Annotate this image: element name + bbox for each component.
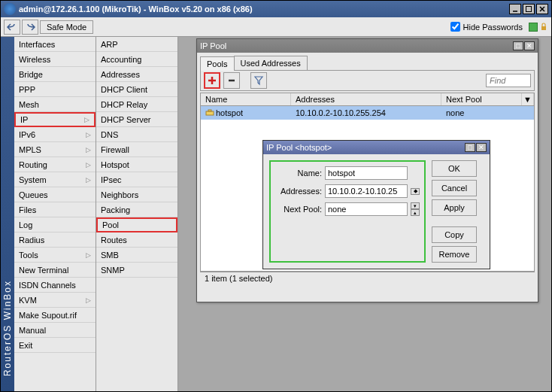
- filter-button[interactable]: [250, 72, 267, 89]
- remove-button[interactable]: [223, 72, 240, 89]
- find-input[interactable]: [486, 74, 531, 87]
- menu-item-mesh[interactable]: Mesh: [14, 97, 96, 112]
- hide-passwords-label[interactable]: Hide Passwords: [450, 22, 523, 32]
- next-pool-up-button[interactable]: ▴: [411, 209, 420, 216]
- table-row[interactable]: hotspot 10.10.0.2-10.10.255.254 none: [201, 106, 534, 120]
- svg-rect-8: [206, 111, 214, 115]
- menu-item-kvm[interactable]: KVM▷: [14, 293, 96, 308]
- lock-icon: [539, 23, 548, 32]
- submenu-item-dhcp-server[interactable]: DHCP Server: [96, 112, 177, 127]
- menu-item-wireless[interactable]: Wireless: [14, 52, 96, 67]
- menu-item-ppp[interactable]: PPP: [14, 82, 96, 97]
- ip-pool-titlebar[interactable]: IP Pool □ ✕: [197, 39, 538, 53]
- remove-pool-button[interactable]: Remove: [432, 246, 477, 263]
- ip-pool-edit-dialog: IP Pool <hotspot> □ ✕ Name: Addresses:: [262, 140, 490, 269]
- submenu-item-neighbors[interactable]: Neighbors: [96, 187, 177, 202]
- svg-rect-4: [541, 26, 546, 30]
- submenu-item-snmp[interactable]: SNMP: [96, 263, 177, 278]
- dialog-fields: Name: Addresses: ◆ Next Pool:: [269, 160, 426, 263]
- submenu-item-arp[interactable]: ARP: [96, 37, 177, 52]
- menu-item-system[interactable]: System▷: [14, 172, 96, 187]
- close-button[interactable]: [536, 4, 548, 14]
- submenu-item-pool[interactable]: Pool: [96, 217, 177, 232]
- svg-rect-1: [526, 7, 532, 12]
- menu-item-queues[interactable]: Queues: [14, 187, 96, 202]
- cancel-button[interactable]: Cancel: [432, 180, 477, 196]
- tab-pools[interactable]: Pools: [200, 56, 235, 71]
- next-pool-input[interactable]: [325, 202, 408, 216]
- menu-item-mpls[interactable]: MPLS▷: [14, 142, 96, 157]
- submenu-item-accounting[interactable]: Accounting: [96, 52, 177, 67]
- next-pool-dropdown-button[interactable]: ▾: [411, 202, 420, 209]
- menu-item-bridge[interactable]: Bridge: [14, 67, 96, 82]
- chevron-right-icon: ▷: [86, 131, 91, 138]
- ip-submenu: ARPAccountingAddressesDHCP ClientDHCP Re…: [96, 37, 178, 391]
- chevron-right-icon: ▷: [86, 146, 91, 153]
- submenu-item-smb[interactable]: SMB: [96, 248, 177, 263]
- menu-item-routing[interactable]: Routing▷: [14, 157, 96, 172]
- app-icon: [4, 3, 16, 15]
- main-menu: InterfacesWirelessBridgePPPMeshIP▷IPv6▷M…: [14, 37, 96, 391]
- maximize-button[interactable]: [523, 4, 535, 14]
- submenu-item-hotspot[interactable]: Hotspot: [96, 157, 177, 172]
- menu-item-ipv6[interactable]: IPv6▷: [14, 127, 96, 142]
- next-pool-label: Next Pool:: [275, 205, 322, 214]
- addresses-up-button[interactable]: ◆: [411, 188, 420, 195]
- chevron-right-icon: ▷: [86, 251, 91, 259]
- dialog-close-button[interactable]: ✕: [476, 143, 487, 152]
- connection-indicator-icon: [529, 23, 538, 32]
- addresses-label: Addresses:: [275, 187, 322, 196]
- menu-item-interfaces[interactable]: Interfaces: [14, 37, 96, 52]
- chevron-right-icon: ▷: [86, 296, 91, 304]
- copy-button[interactable]: Copy: [432, 226, 477, 243]
- main-window: admin@172.26.1.100 (MikroTik) - WinBox v…: [0, 0, 552, 392]
- hide-passwords-checkbox[interactable]: [450, 22, 460, 32]
- titlebar: admin@172.26.1.100 (MikroTik) - WinBox v…: [1, 1, 551, 17]
- chevron-right-icon: ▷: [86, 176, 91, 184]
- submenu-item-dhcp-relay[interactable]: DHCP Relay: [96, 97, 177, 112]
- submenu-item-dns[interactable]: DNS: [96, 127, 177, 142]
- apply-button[interactable]: Apply: [432, 199, 477, 216]
- ip-pool-close-button[interactable]: ✕: [524, 41, 535, 50]
- column-next-pool[interactable]: Next Pool: [441, 93, 522, 105]
- ip-pool-maximize-button[interactable]: □: [513, 41, 523, 50]
- menu-item-log[interactable]: Log: [14, 217, 96, 232]
- column-menu-button[interactable]: ▼: [522, 93, 534, 105]
- safe-mode-button[interactable]: Safe Mode: [40, 20, 93, 34]
- submenu-item-dhcp-client[interactable]: DHCP Client: [96, 82, 177, 97]
- submenu-item-addresses[interactable]: Addresses: [96, 67, 177, 82]
- dialog-titlebar[interactable]: IP Pool <hotspot> □ ✕: [263, 141, 490, 154]
- menu-item-isdn-channels[interactable]: ISDN Channels: [14, 278, 96, 293]
- workspace: IP Pool □ ✕ Pools Used Addresses: [178, 37, 551, 391]
- minimize-button[interactable]: [509, 4, 521, 14]
- redo-button[interactable]: [22, 20, 38, 35]
- menu-item-ip[interactable]: IP▷: [14, 112, 96, 127]
- chevron-right-icon: ▷: [86, 161, 91, 169]
- svg-rect-9: [208, 110, 211, 111]
- undo-button[interactable]: [4, 20, 20, 35]
- submenu-item-firewall[interactable]: Firewall: [96, 142, 177, 157]
- addresses-input[interactable]: [325, 184, 408, 198]
- name-input[interactable]: [325, 166, 408, 180]
- submenu-item-packing[interactable]: Packing: [96, 202, 177, 217]
- menu-item-manual[interactable]: Manual: [14, 323, 96, 338]
- menu-item-new-terminal[interactable]: New Terminal: [14, 263, 96, 278]
- dialog-maximize-button[interactable]: □: [465, 143, 475, 152]
- menu-item-exit[interactable]: Exit: [14, 338, 96, 353]
- menu-item-files[interactable]: Files: [14, 202, 96, 217]
- submenu-item-routes[interactable]: Routes: [96, 232, 177, 248]
- window-title: admin@172.26.1.100 (MikroTik) - WinBox v…: [19, 5, 509, 14]
- submenu-item-ipsec[interactable]: IPsec: [96, 172, 177, 187]
- menu-item-tools[interactable]: Tools▷: [14, 248, 96, 263]
- column-addresses[interactable]: Addresses: [291, 93, 441, 105]
- ok-button[interactable]: OK: [432, 160, 477, 177]
- main-toolbar: Safe Mode Hide Passwords: [1, 17, 551, 37]
- menu-item-radius[interactable]: Radius: [14, 232, 96, 248]
- ip-pool-statusbar: 1 item (1 selected): [200, 272, 535, 285]
- pool-icon: [205, 108, 214, 117]
- add-button[interactable]: [204, 72, 220, 89]
- column-name[interactable]: Name: [201, 93, 291, 105]
- menu-item-make-supout-rif[interactable]: Make Supout.rif: [14, 308, 96, 323]
- tab-used-addresses[interactable]: Used Addresses: [234, 56, 308, 70]
- chevron-right-icon: ▷: [84, 116, 89, 123]
